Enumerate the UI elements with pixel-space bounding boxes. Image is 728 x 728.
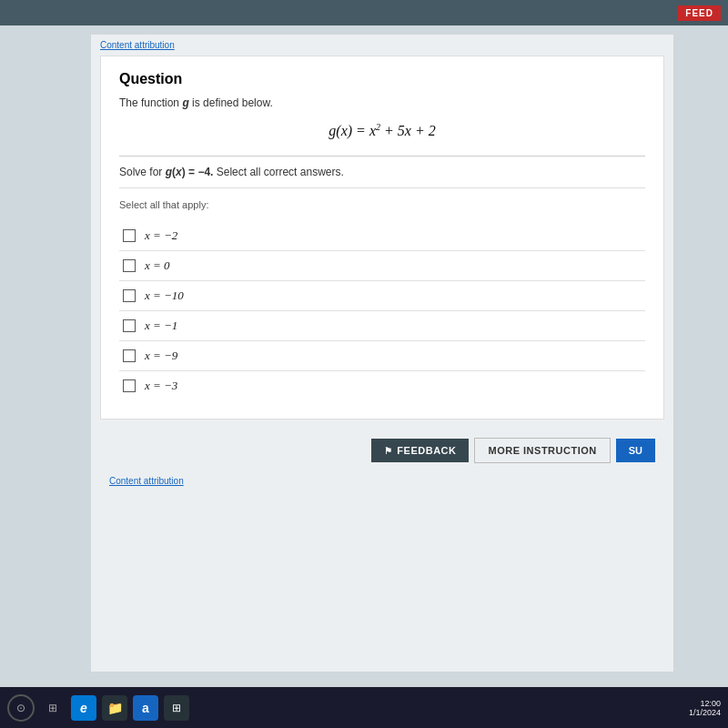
feed-button[interactable]: FEED (678, 5, 721, 21)
feedback-button[interactable]: ⚑ FEEDBACK (371, 439, 470, 462)
answer-options-list: x = −2 x = 0 x = −10 x = −1 x = −9 (119, 221, 645, 400)
option-text-6: x = −3 (145, 379, 177, 393)
content-attr-bottom[interactable]: Content attribution (91, 472, 673, 490)
checkbox-4[interactable] (123, 319, 136, 332)
option-text-2: x = 0 (145, 258, 170, 273)
answer-option-1: x = −2 (119, 221, 645, 251)
taskbar-app-2[interactable]: a (133, 695, 158, 721)
option-text-3: x = −10 (145, 288, 184, 303)
checkbox-5[interactable] (123, 349, 136, 362)
answer-option-2: x = 0 (119, 251, 645, 281)
checkbox-2[interactable] (123, 259, 136, 272)
answer-option-3: x = −10 (119, 281, 645, 311)
option-text-4: x = −1 (145, 318, 177, 333)
taskbar-search[interactable]: ⊞ (40, 695, 66, 721)
content-wrapper: Content attribution Question The functio… (91, 35, 673, 672)
clock-time: 12:00 (700, 699, 721, 708)
checkbox-3[interactable] (123, 289, 136, 302)
question-box: Question The function g is defined below… (100, 56, 664, 420)
select-all-label: Select all that apply: (119, 199, 645, 210)
more-instruction-button[interactable]: MORE INSTRUCTION (474, 438, 610, 463)
feedback-label: FEEDBACK (397, 445, 456, 456)
question-subtitle: The function g is defined below. (119, 96, 645, 109)
checkbox-1[interactable] (123, 229, 136, 242)
flag-icon: ⚑ (384, 446, 393, 456)
clock-date: 1/1/2024 (689, 708, 721, 717)
taskbar-edge[interactable]: e (71, 695, 96, 721)
question-title: Question (119, 71, 645, 87)
content-attr-top[interactable]: Content attribution (91, 35, 673, 56)
formula-display: g(x) = x2 + 5x + 2 (119, 122, 645, 139)
answer-option-4: x = −1 (119, 311, 645, 341)
screen: FEED Content attribution Question The fu… (0, 0, 728, 728)
taskbar-app-3[interactable]: ⊞ (164, 695, 189, 721)
button-bar: ⚑ FEEDBACK MORE INSTRUCTION SU (100, 429, 664, 472)
start-icon: ⊙ (16, 702, 25, 714)
top-bar: FEED (0, 0, 728, 25)
system-clock: 12:00 1/1/2024 (689, 699, 721, 717)
answer-option-5: x = −9 (119, 341, 645, 371)
start-button[interactable]: ⊙ (7, 694, 35, 722)
taskbar-app-1[interactable]: 📁 (102, 695, 127, 721)
solve-instruction: Solve for g(x) = −4. Select all correct … (119, 166, 645, 188)
checkbox-6[interactable] (123, 379, 136, 392)
option-text-1: x = −2 (145, 228, 177, 243)
option-text-5: x = −9 (145, 349, 177, 363)
submit-button[interactable]: SU (616, 439, 655, 462)
answer-option-6: x = −3 (119, 371, 645, 400)
taskbar: ⊙ ⊞ e 📁 a ⊞ 12:00 1/1/2024 (0, 687, 728, 728)
